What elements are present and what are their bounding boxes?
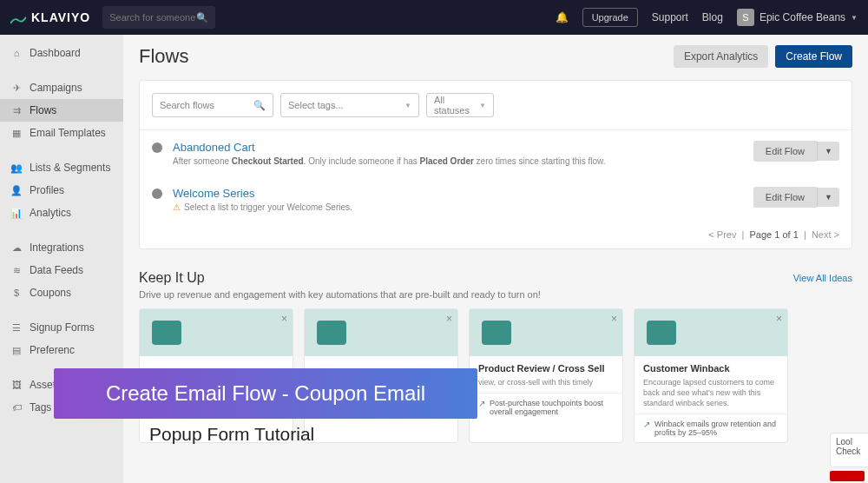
- sidebar-item-analytics[interactable]: 📊Analytics: [0, 202, 123, 224]
- template-icon: ▦: [10, 127, 23, 139]
- close-icon[interactable]: ×: [776, 313, 782, 325]
- flow-title-link[interactable]: Abandoned Cart: [173, 141, 743, 154]
- global-search[interactable]: 🔍: [102, 6, 215, 29]
- form-icon: ☰: [10, 321, 23, 334]
- youtube-badge[interactable]: [830, 471, 865, 481]
- status-filter[interactable]: All statuses▼: [426, 93, 494, 117]
- global-search-input[interactable]: [109, 12, 196, 23]
- tutorial-banner: Create Email Flow - Coupon Email: [54, 368, 477, 419]
- flow-search[interactable]: Search flows🔍: [152, 93, 273, 117]
- edit-flow-button[interactable]: Edit Flow: [753, 141, 817, 162]
- dollar-icon: $: [10, 287, 23, 299]
- tag-icon: 🏷: [10, 401, 23, 414]
- account-name: Epic Coffee Beans: [760, 11, 845, 23]
- sidebar-item-lists[interactable]: 👥Lists & Segments: [0, 156, 123, 179]
- flow-description: ⚠Select a list to trigger your Welcome S…: [173, 202, 743, 212]
- people-icon: 👥: [10, 162, 23, 174]
- sidebar-item-coupons[interactable]: $Coupons: [0, 281, 123, 304]
- idea-icon: [317, 321, 346, 345]
- sidebar-item-preferences[interactable]: ▤Preferenc: [0, 339, 123, 361]
- sidebar-item-campaigns[interactable]: ✈Campaigns: [0, 76, 123, 99]
- close-icon[interactable]: ×: [611, 313, 617, 325]
- trend-icon: ↗: [643, 420, 650, 429]
- cloud-icon: ☁: [10, 242, 23, 254]
- profile-icon: 👤: [10, 184, 23, 196]
- sidebar-item-dashboard[interactable]: ⌂Dashboard: [0, 42, 123, 64]
- pref-icon: ▤: [10, 344, 23, 356]
- logo-icon: [10, 13, 26, 22]
- flow-title-link[interactable]: Welcome Series: [173, 187, 743, 200]
- dashboard-icon: ⌂: [10, 47, 23, 59]
- next-page[interactable]: Next >: [812, 229, 839, 240]
- idea-card[interactable]: × Customer WinbackEncourage lapsed custo…: [634, 308, 788, 443]
- sidebar-item-email-templates[interactable]: ▦Email Templates: [0, 122, 123, 144]
- account-menu[interactable]: S Epic Coffee Beans ▼: [737, 9, 858, 26]
- idea-icon: [152, 321, 181, 345]
- chevron-down-icon: ▼: [404, 102, 411, 109]
- prev-page[interactable]: < Prev: [708, 229, 736, 240]
- sidebar-item-signup-forms[interactable]: ☰Signup Forms: [0, 316, 123, 339]
- page-title: Flows: [139, 45, 188, 68]
- edit-flow-button[interactable]: Edit Flow: [753, 187, 817, 208]
- section-title: Keep It Up: [139, 270, 205, 286]
- search-icon: 🔍: [253, 100, 266, 111]
- flows-card: Search flows🔍 Select tags...▼ All status…: [139, 80, 852, 249]
- pagination: < Prev | Page 1 of 1 | Next >: [140, 222, 852, 248]
- top-bar: KLAVIYO 🔍 🔔 Upgrade Support Blog S Epic …: [0, 0, 868, 35]
- chevron-down-icon: ▼: [479, 102, 486, 109]
- view-all-ideas-link[interactable]: View All Ideas: [793, 273, 852, 283]
- support-link[interactable]: Support: [652, 11, 688, 23]
- side-peek: LoolCheck: [830, 433, 868, 467]
- idea-card[interactable]: × Product Review / Cross Sellview, or cr…: [469, 308, 623, 443]
- edit-flow-dropdown[interactable]: ▼: [817, 142, 839, 161]
- flow-row: Abandoned Cart After someone Checkout St…: [140, 130, 852, 176]
- bell-icon[interactable]: 🔔: [556, 11, 569, 23]
- tags-filter[interactable]: Select tags...▼: [280, 93, 419, 117]
- image-icon: 🖼: [10, 379, 23, 391]
- flow-row: Welcome Series ⚠Select a list to trigger…: [140, 176, 852, 222]
- warning-icon: ⚠: [173, 202, 181, 212]
- close-icon[interactable]: ×: [446, 313, 452, 325]
- chart-icon: 📊: [10, 207, 23, 219]
- account-avatar: S: [737, 9, 754, 26]
- search-icon: 🔍: [196, 12, 208, 23]
- tutorial-subtitle: Popup Form Tutorial: [149, 424, 314, 445]
- sidebar-item-profiles[interactable]: 👤Profiles: [0, 179, 123, 202]
- chevron-down-icon: ▼: [851, 14, 858, 22]
- export-analytics-button[interactable]: Export Analytics: [674, 45, 768, 68]
- upgrade-button[interactable]: Upgrade: [582, 8, 638, 27]
- close-icon[interactable]: ×: [281, 313, 287, 325]
- idea-icon: [482, 321, 511, 345]
- status-dot: [152, 142, 162, 153]
- sidebar-item-data-feeds[interactable]: ≋Data Feeds: [0, 259, 123, 281]
- logo-text: KLAVIYO: [31, 10, 90, 24]
- feed-icon: ≋: [10, 264, 23, 276]
- page-indicator: Page 1 of 1: [750, 229, 799, 240]
- edit-flow-dropdown[interactable]: ▼: [817, 188, 839, 207]
- flow-description: After someone Checkout Started. Only inc…: [173, 156, 743, 166]
- blog-link[interactable]: Blog: [702, 11, 723, 23]
- trend-icon: ↗: [478, 399, 485, 408]
- status-dot: [152, 189, 162, 199]
- send-icon: ✈: [10, 82, 23, 94]
- sidebar-item-flows[interactable]: ⇉Flows: [0, 99, 123, 122]
- flow-icon: ⇉: [10, 104, 23, 116]
- sidebar-item-integrations[interactable]: ☁Integrations: [0, 236, 123, 259]
- section-subtitle: Drive up revenue and engagement with key…: [139, 289, 852, 300]
- create-flow-button[interactable]: Create Flow: [775, 45, 852, 68]
- idea-icon: [647, 321, 676, 345]
- logo[interactable]: KLAVIYO: [10, 10, 90, 24]
